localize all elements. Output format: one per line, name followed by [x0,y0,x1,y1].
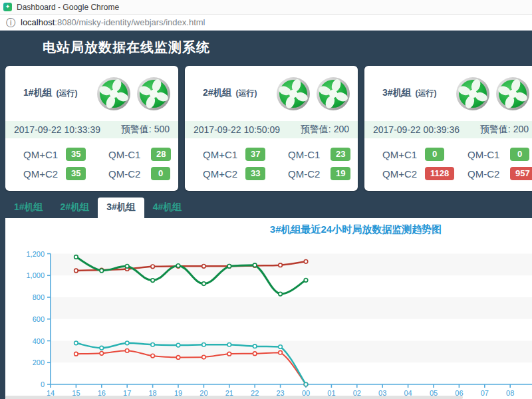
svg-text:200: 200 [33,358,45,366]
metric-value-badge: 23 [331,148,350,161]
metric-value-badge: 37 [245,148,265,161]
unit-cards-row: 1#机组 (运行) 2017-09-22 10:33:39 预警值:500 QM… [5,66,532,192]
app-favicon-icon: ✦ [3,3,12,11]
tab-unit-4[interactable]: 4#机组 [144,198,191,218]
browser-titlebar: ✦ Dashboard - Google Chrome [0,0,532,15]
unit-title: 2#机组 (运行) [203,87,257,99]
metric-value-badge: 0 [510,148,529,161]
svg-text:800: 800 [33,293,45,301]
trend-chart-panel: 3#机组最近24小时局放数据监测趋势图 14151617181920212223… [5,218,532,399]
metric-qm-minus-c2: QM-C219 [288,167,358,180]
svg-text:0: 0 [41,380,45,388]
unit-timestamp: 2017-09-22 10:50:09 [194,124,280,135]
unit-info-strip: 2017-09-22 00:39:36 预警值:200 [364,121,532,138]
svg-text:1,200: 1,200 [26,250,45,258]
unit-card-3: 3#机组 (运行) 2017-09-22 00:39:36 预警值:200 QM… [364,66,532,191]
metric-value-badge: 35 [66,148,86,161]
url-text[interactable]: localhost:8080/misky-identity/webjars/in… [21,17,205,27]
unit-card-1: 1#机组 (运行) 2017-09-22 10:33:39 预警值:500 QM… [5,66,178,191]
svg-text:1,000: 1,000 [26,271,45,279]
metric-qm-minus-c1: QM-C123 [288,148,358,161]
metric-qm-minus-c2: QM-C20 [108,167,178,180]
fan-icon [276,76,311,111]
metric-value-badge: 957 [510,167,532,180]
unit-tabs: 1#机组 2#机组 3#机组 4#机组 [5,198,190,218]
unit-name: 3#机组 [382,87,412,98]
page-title: 电站局放数据在线监测系统 [43,39,210,57]
unit-timestamp: 2017-09-22 00:39:36 [373,124,460,135]
fan-icon [456,76,490,111]
metric-value-badge: 1128 [425,167,454,180]
metric-value-badge: 19 [331,167,350,180]
metric-qm-plus-c2: QM+C21128 [382,167,461,180]
url-host: localhost [21,17,55,27]
fan-icon [495,76,530,111]
unit-card-2: 2#机组 (运行) 2017-09-22 10:50:09 预警值:200 QM… [185,66,358,191]
unit-title: 1#机组 (运行) [23,87,77,99]
metric-qm-minus-c1: QM-C128 [108,148,178,161]
unit-status: (运行) [235,88,257,98]
unit-name: 1#机组 [23,87,53,98]
horizontal-scrollbar[interactable] [5,396,463,399]
svg-text:08: 08 [506,389,514,397]
metric-value-badge: 33 [245,167,265,180]
unit-name: 2#机组 [203,87,232,98]
metric-value-badge: 0 [151,167,170,180]
tab-unit-3[interactable]: 3#机组 [98,198,144,218]
svg-text:400: 400 [33,337,45,345]
unit-warning: 预警值:500 [121,124,170,136]
metric-qm-minus-c2: QM-C2957 [467,167,532,180]
unit-status: (运行) [56,88,77,98]
trend-chart: 1415161718192021222300010203040506070802… [5,218,532,399]
metric-value-badge: 0 [425,148,444,161]
url-path: :8080/misky-identity/webjars/index.html [55,17,205,27]
svg-text:600: 600 [33,315,45,323]
unit-timestamp: 2017-09-22 10:33:39 [14,124,100,135]
metric-qm-plus-c1: QM+C135 [23,148,102,161]
metric-qm-plus-c2: QM+C233 [203,167,281,180]
address-bar[interactable]: ⓘ localhost:8080/misky-identity/webjars/… [0,15,532,31]
page-info-icon[interactable]: ⓘ [6,18,15,27]
unit-status: (运行) [415,88,436,98]
unit-info-strip: 2017-09-22 10:33:39 预警值:500 [5,121,178,138]
metric-value-badge: 28 [151,148,171,161]
tab-unit-1[interactable]: 1#机组 [5,198,52,218]
metric-qm-plus-c1: QM+C10 [382,148,461,161]
fan-icon [96,76,131,111]
metric-qm-plus-c1: QM+C137 [203,148,281,161]
fan-icon [136,76,171,111]
svg-text:07: 07 [481,389,489,397]
unit-info-strip: 2017-09-22 10:50:09 预警值:200 [185,121,358,138]
unit-warning: 预警值:200 [301,124,349,136]
metric-value-badge: 35 [66,167,86,180]
unit-warning: 预警值:200 [480,124,529,136]
metric-qm-minus-c1: QM-C10 [467,148,532,161]
tab-unit-2[interactable]: 2#机组 [52,198,98,218]
fan-icon [316,76,350,111]
unit-title: 3#机组 (运行) [382,87,436,99]
metric-qm-plus-c2: QM+C235 [23,167,102,180]
window-title: Dashboard - Google Chrome [17,3,119,12]
